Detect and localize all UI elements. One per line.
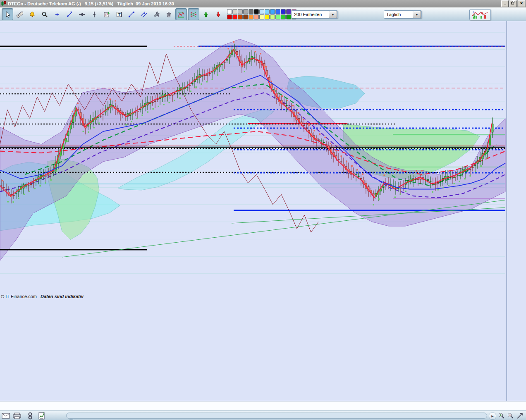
app-candle-icon <box>1 0 7 7</box>
window-titlebar: DTEGn - Deutsche Telekom AG (-) 9,15 (+3… <box>0 0 526 7</box>
copyright-note: © IT-Finance.com Daten sind indikativ <box>1 294 84 299</box>
expand-icon[interactable] <box>515 412 524 420</box>
zoom-out-icon[interactable] <box>506 412 515 420</box>
chart-area[interactable]: © IT-Finance.com Daten sind indikativ <box>0 21 507 401</box>
color-swatch[interactable] <box>238 9 243 14</box>
print-icon[interactable] <box>12 412 22 420</box>
export-icon[interactable] <box>37 412 46 420</box>
text-tool-button[interactable]: T <box>113 8 125 20</box>
color-swatch[interactable] <box>227 14 232 19</box>
color-swatch[interactable] <box>259 14 264 19</box>
chart-canvas[interactable] <box>0 21 507 401</box>
settings-tool-button[interactable] <box>151 8 162 20</box>
color-swatch[interactable] <box>281 14 286 19</box>
buy-arrow-button[interactable] <box>200 8 212 20</box>
date-axis[interactable] <box>0 401 526 410</box>
buy-arrow-icon <box>203 11 209 18</box>
restore-button[interactable] <box>509 0 517 7</box>
color-swatch[interactable] <box>286 14 291 19</box>
parallel-tool-button[interactable] <box>138 8 150 20</box>
color-swatch[interactable] <box>254 9 259 14</box>
color-palette <box>227 9 296 19</box>
ruler-tool-button[interactable] <box>14 8 26 20</box>
mail-icon[interactable] <box>1 412 10 420</box>
color-swatch[interactable] <box>275 14 280 19</box>
hline-tool-button[interactable] <box>76 8 88 20</box>
indicator-tool-button[interactable] <box>101 8 112 20</box>
color-swatch[interactable] <box>249 14 253 19</box>
svg-text:T: T <box>118 12 121 17</box>
copyright-text: © IT-Finance.com <box>1 294 37 299</box>
hline-tool-icon <box>79 11 85 18</box>
scroll-right-button[interactable]: ▶ <box>489 413 496 420</box>
pattern-mode-button[interactable] <box>188 8 199 20</box>
zoom-in-icon[interactable] <box>497 412 506 420</box>
window-title: DTEGn - Deutsche Telekom AG (-) 9,15 (+3… <box>8 1 500 6</box>
zigzag-mode-button[interactable] <box>175 8 187 20</box>
color-swatch[interactable] <box>259 9 264 14</box>
status-bar: ◀ ▶ <box>0 410 526 420</box>
point-tool-button[interactable] <box>51 8 63 20</box>
main-toolbar: T 200 Einheiten ▼ Täglich ▼ <box>0 7 526 21</box>
toolbar-buttons: T <box>1 8 296 21</box>
alarm-tool-icon <box>29 11 36 18</box>
zoom-tool-button[interactable] <box>39 8 50 20</box>
color-swatch[interactable] <box>243 14 248 19</box>
color-swatch[interactable] <box>232 14 237 19</box>
ray-tool-icon <box>128 11 135 18</box>
point-tool-icon <box>54 11 60 18</box>
sell-arrow-icon <box>215 11 222 18</box>
units-value: 200 Einheiten <box>292 12 328 17</box>
color-swatch[interactable] <box>232 9 237 14</box>
period-dropdown[interactable]: Täglich ▼ <box>384 10 422 19</box>
color-swatch[interactable] <box>286 9 291 14</box>
close-button[interactable]: ✕ <box>518 0 525 7</box>
vline-tool-icon <box>91 11 98 18</box>
alarm-tool-button[interactable] <box>26 8 38 20</box>
color-swatch[interactable] <box>249 9 253 14</box>
color-swatch[interactable] <box>275 9 280 14</box>
color-swatch[interactable] <box>281 9 286 14</box>
text-tool-icon: T <box>116 11 122 18</box>
color-swatch[interactable] <box>265 14 270 19</box>
cursor-tool-icon <box>4 11 11 18</box>
pattern-mode-icon <box>190 11 197 18</box>
chevron-down-icon[interactable]: ▼ <box>329 11 337 18</box>
ruler-tool-icon <box>17 11 23 18</box>
parallel-tool-icon <box>141 11 147 18</box>
vline-tool-button[interactable] <box>88 8 100 20</box>
chart-style-button[interactable] <box>469 9 491 20</box>
cursor-tool-button[interactable] <box>2 8 13 20</box>
color-swatch[interactable] <box>265 9 270 14</box>
period-value: Täglich <box>384 12 412 17</box>
color-swatch[interactable] <box>243 9 248 14</box>
horizontal-scrollbar[interactable] <box>66 413 487 419</box>
zigzag-mode-icon <box>178 11 184 18</box>
color-swatch[interactable] <box>254 14 259 19</box>
delete-tool-icon <box>165 11 172 18</box>
units-dropdown[interactable]: 200 Einheiten ▼ <box>292 10 338 19</box>
ray-tool-button[interactable] <box>126 8 137 20</box>
minimize-button[interactable]: _ <box>501 0 509 7</box>
color-swatch[interactable] <box>227 9 232 14</box>
color-swatch[interactable] <box>270 14 275 19</box>
chart-style-icon <box>472 11 488 19</box>
zoom-tool-icon <box>41 11 48 18</box>
sell-arrow-button[interactable] <box>213 8 224 20</box>
color-swatch[interactable] <box>270 9 275 14</box>
trendline-tool-button[interactable] <box>64 8 75 20</box>
price-axis[interactable] <box>507 21 526 401</box>
color-swatch[interactable] <box>238 14 243 19</box>
delete-tool-button[interactable] <box>163 8 175 20</box>
indicative-note: Daten sind indikativ <box>41 294 84 299</box>
chevron-down-icon[interactable]: ▼ <box>413 11 421 18</box>
link-icon[interactable] <box>26 412 35 420</box>
settings-tool-icon <box>153 11 160 18</box>
trendline-tool-icon <box>66 11 73 18</box>
indicator-tool-icon <box>103 11 110 18</box>
